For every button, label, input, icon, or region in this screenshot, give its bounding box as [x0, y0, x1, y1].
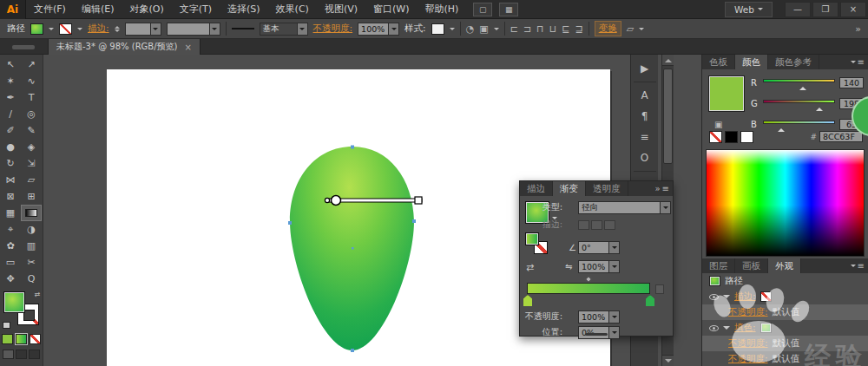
- tab-color-guide[interactable]: 颜色参考: [768, 55, 819, 69]
- type-tool[interactable]: T: [21, 89, 42, 106]
- hex-value-field[interactable]: 8CC63F: [819, 131, 863, 142]
- slice-tool[interactable]: ✂: [21, 254, 42, 271]
- aspect-dropdown[interactable]: 100%: [578, 260, 620, 273]
- lasso-tool[interactable]: ∿: [21, 73, 42, 89]
- panel-menu-icon[interactable]: ≡: [662, 184, 669, 193]
- ellipse-tool[interactable]: ◎: [21, 106, 42, 122]
- gradient-button[interactable]: [16, 334, 27, 344]
- selection-tool[interactable]: ↖: [0, 56, 21, 73]
- menu-effect[interactable]: 效果(C): [268, 0, 317, 19]
- menu-type[interactable]: 文字(T): [172, 0, 220, 19]
- expand-triangle-icon[interactable]: [723, 295, 730, 302]
- panel-header-icons[interactable]: »≡: [654, 184, 669, 193]
- minimize-button[interactable]: —: [785, 2, 811, 17]
- scroll-up-button[interactable]: [662, 55, 674, 66]
- draw-inside-button[interactable]: [29, 350, 40, 359]
- red-slider-thumb[interactable]: [799, 83, 806, 90]
- restore-button[interactable]: ❐: [812, 2, 838, 17]
- rotate-tool[interactable]: ↻: [0, 155, 21, 172]
- gradient-midpoint-handle[interactable]: [585, 276, 592, 283]
- appearance-path-opacity-row[interactable]: 不透明度: 默认值: [702, 351, 868, 366]
- stroke-along-button[interactable]: [591, 220, 602, 230]
- align-right-icon[interactable]: ⊓: [536, 23, 544, 35]
- green-slider-thumb[interactable]: [816, 104, 823, 111]
- blue-slider-track[interactable]: [763, 121, 835, 124]
- tab-gradient[interactable]: 渐变: [553, 181, 586, 196]
- glyphs-panel-icon[interactable]: ≡: [634, 127, 656, 147]
- blue-slider[interactable]: [763, 119, 835, 129]
- default-fill-stroke-icon[interactable]: [3, 322, 10, 329]
- dropdown-arrow-icon[interactable]: [209, 23, 220, 35]
- tab-swatches[interactable]: 色板: [702, 55, 735, 69]
- draw-behind-button[interactable]: [16, 350, 27, 359]
- stroke-color-swatch[interactable]: [59, 23, 72, 35]
- close-button[interactable]: ×: [840, 2, 866, 17]
- green-slider[interactable]: [763, 98, 835, 108]
- stroke-width-stepper[interactable]: [115, 23, 120, 35]
- align-top-icon[interactable]: ⊔: [549, 23, 557, 35]
- swap-fill-stroke-icon[interactable]: ⇄: [35, 291, 41, 298]
- document-setup-icon[interactable]: ◔: [466, 23, 475, 35]
- brush-definition-dropdown[interactable]: 基本: [260, 23, 308, 36]
- green-slider-track[interactable]: [763, 100, 835, 103]
- gradient-origin-handle[interactable]: [325, 198, 329, 202]
- align-left-icon[interactable]: ⊏: [510, 23, 518, 35]
- opacity-attribute-link[interactable]: 不透明度:: [728, 353, 768, 365]
- tab-close-icon[interactable]: ×: [184, 42, 191, 52]
- panel-resize-grip[interactable]: [585, 333, 608, 336]
- fill-green-swatch[interactable]: [760, 323, 772, 333]
- style-swatch[interactable]: [431, 23, 444, 35]
- triangle-panel-icon[interactable]: ▶: [634, 59, 656, 78]
- expand-triangle-icon[interactable]: [723, 326, 730, 333]
- out-of-gamut-icon[interactable]: ▣: [714, 120, 722, 129]
- dropdown-arrow-icon[interactable]: [608, 327, 619, 338]
- appearance-stroke-row[interactable]: 描边:: [702, 289, 868, 304]
- shape-builder-tool[interactable]: ⊠: [0, 188, 21, 205]
- pencil-tool[interactable]: ✎: [21, 122, 42, 139]
- align-bottom-icon[interactable]: ⊒: [575, 23, 583, 35]
- character-panel-icon[interactable]: A: [634, 86, 656, 105]
- menu-edit[interactable]: 编辑(E): [74, 0, 122, 19]
- tab-artboards[interactable]: 画板: [735, 258, 768, 273]
- stop-opacity-dropdown[interactable]: 100%: [578, 310, 620, 324]
- direct-selection-tool[interactable]: ↗: [21, 56, 42, 73]
- dropdown-arrow-icon[interactable]: [608, 311, 619, 323]
- scale-tool[interactable]: ⇲: [21, 155, 42, 172]
- menu-file[interactable]: 文件(F): [26, 0, 74, 19]
- stroke-within-button[interactable]: [578, 220, 589, 230]
- dropdown-arrow-icon[interactable]: [608, 261, 619, 272]
- panel-menu-icon[interactable]: ≡: [851, 57, 865, 67]
- perspective-grid-tool[interactable]: ⊞: [21, 188, 42, 205]
- opacity-attribute-link[interactable]: 不透明度:: [728, 306, 768, 318]
- stroke-none-swatch[interactable]: [760, 291, 772, 302]
- mesh-tool[interactable]: ▦: [0, 205, 21, 221]
- paragraph-panel-icon[interactable]: ¶: [634, 107, 656, 126]
- collapse-icon[interactable]: »: [654, 184, 660, 193]
- document-tab[interactable]: 未标题-3* @ 98% (RGB/预览) ×: [48, 39, 201, 55]
- fill-attribute-link[interactable]: 填色:: [734, 322, 756, 334]
- opacity-attribute-link[interactable]: 不透明度:: [728, 337, 768, 350]
- gradient-end-handle[interactable]: [415, 197, 422, 204]
- black-swatch[interactable]: [725, 131, 738, 143]
- free-transform-icon[interactable]: ▱: [627, 23, 634, 35]
- align-middle-icon[interactable]: ⊑: [562, 23, 569, 35]
- collapse-control-panel-icon[interactable]: »: [855, 23, 861, 35]
- none-button[interactable]: [30, 334, 41, 344]
- menu-window[interactable]: 窗口(W): [365, 0, 417, 19]
- fill-dropdown-icon[interactable]: [49, 28, 54, 33]
- visibility-eye-icon[interactable]: [709, 325, 719, 331]
- magic-wand-tool[interactable]: ✶: [0, 73, 21, 89]
- workspace-switcher[interactable]: Web: [725, 2, 773, 17]
- chevron-down-icon[interactable]: [639, 28, 644, 33]
- white-swatch[interactable]: [740, 131, 753, 143]
- dropdown-arrow-icon[interactable]: [660, 202, 670, 213]
- appearance-fill-row[interactable]: 填色:: [702, 320, 868, 336]
- tab-transparency[interactable]: 透明度: [586, 181, 628, 196]
- angle-dropdown[interactable]: 0°: [578, 241, 620, 254]
- stroke-across-button[interactable]: [604, 220, 615, 230]
- line-segment-tool[interactable]: ∕: [0, 106, 21, 122]
- menu-help[interactable]: 帮助(H): [417, 0, 466, 19]
- appearance-object-row[interactable]: 路径: [702, 273, 868, 289]
- chevron-down-icon[interactable]: [494, 28, 499, 33]
- blob-brush-tool[interactable]: ●: [0, 139, 21, 155]
